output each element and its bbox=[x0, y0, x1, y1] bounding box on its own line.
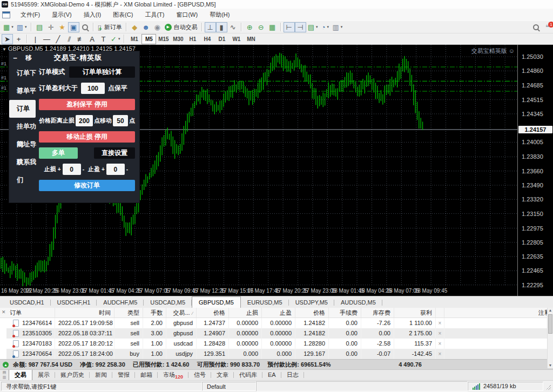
col-header-5[interactable]: 交易...∕ bbox=[166, 308, 197, 317]
strategy-tester-button[interactable] bbox=[79, 22, 91, 32]
terminal-tab-5[interactable]: 警报 bbox=[112, 370, 135, 380]
col-header-12[interactable]: 获利 bbox=[394, 308, 436, 317]
terminal-dock-icons[interactable]: ▤▥ bbox=[0, 370, 9, 380]
text-button[interactable]: A bbox=[86, 34, 98, 44]
line-chart-mode-button[interactable]: ∿ bbox=[227, 22, 239, 32]
time-axis[interactable]: 16 May 202216 May 20:2516 May 23:0517 Ma… bbox=[0, 286, 517, 296]
timeframe-M15[interactable]: M15 bbox=[156, 34, 171, 44]
panel-menu-4[interactable]: 挂单功能 bbox=[9, 118, 37, 136]
trail-distance-input[interactable] bbox=[76, 115, 93, 126]
candlestick-mode-button[interactable]: ▮ bbox=[216, 22, 227, 32]
chart-tab-usdcad-m5[interactable]: USDCAD,M5 bbox=[144, 298, 192, 308]
auto-trading-button[interactable]: ▶自动交易 bbox=[163, 22, 199, 32]
panel-collapse-button[interactable]: − bbox=[9, 54, 21, 62]
timeframe-M30[interactable]: M30 bbox=[171, 34, 185, 44]
crosshair-button[interactable]: + bbox=[13, 34, 24, 44]
trendline-button[interactable]: ╱ bbox=[52, 34, 64, 44]
panel-menu-6[interactable]: 联系我们 bbox=[9, 153, 37, 171]
timeframe-D1[interactable]: D1 bbox=[214, 34, 229, 44]
panel-move-handle[interactable]: 移 bbox=[25, 53, 32, 63]
terminal-close-icon[interactable]: ✕ bbox=[2, 309, 6, 315]
tp-plus[interactable]: + bbox=[102, 166, 105, 172]
price-axis[interactable]: 1.250301.248601.246851.245151.243451.240… bbox=[517, 45, 553, 296]
col-header-10[interactable]: 手续费 bbox=[329, 308, 361, 317]
equidistant-channel-button[interactable]: ⫽ bbox=[64, 34, 75, 44]
order-close-icon[interactable]: × bbox=[436, 318, 444, 328]
new-order-button[interactable]: ▯+新订单 bbox=[96, 22, 124, 32]
chart-tab-gbpusd-m5[interactable]: GBPUSD,M5 bbox=[192, 296, 241, 308]
col-header-7[interactable]: 止损 bbox=[229, 308, 262, 317]
terminal-tab-2[interactable]: 展示 bbox=[32, 370, 55, 380]
terminal-tab-9[interactable]: 文章 bbox=[211, 370, 234, 380]
templates-button[interactable]: ▥▾ bbox=[331, 22, 344, 32]
market-watch-button[interactable]: ▤ bbox=[34, 22, 45, 32]
order-row-123470654[interactable]: 1234706542022.05.17 18:24:00buy1.00usdjp… bbox=[6, 349, 553, 359]
order-row-123476614[interactable]: 1234766142022.05.17 19:09:58sell2.00gbpu… bbox=[6, 318, 553, 328]
auto-scroll-button[interactable]: ⊢ bbox=[284, 22, 295, 32]
new-chart-button[interactable]: ▦▾ bbox=[2, 22, 15, 32]
timeframe-MN[interactable]: MN bbox=[244, 34, 258, 44]
search-button[interactable] bbox=[530, 22, 542, 32]
panel-menu-2[interactable]: 订单平仓 bbox=[9, 82, 37, 100]
order-close-icon[interactable]: × bbox=[436, 349, 444, 359]
scrollbar-thumb[interactable] bbox=[548, 314, 552, 334]
profiles-button[interactable]: ▥▾ bbox=[15, 22, 29, 32]
menu-item-5[interactable]: 工具(T) bbox=[139, 11, 170, 18]
terminal-tab-10[interactable]: 代码库 bbox=[234, 370, 262, 380]
menu-item-1[interactable]: 文件(F) bbox=[15, 11, 46, 18]
navigator-button[interactable]: ★ bbox=[57, 22, 68, 32]
col-header-13[interactable] bbox=[436, 308, 444, 317]
text-label-button[interactable]: T bbox=[98, 34, 109, 44]
col-header-6[interactable]: 价格 bbox=[197, 308, 229, 317]
order-close-icon[interactable]: × bbox=[436, 328, 444, 339]
breakeven-toggle-button[interactable]: 盈利保平 停用 bbox=[39, 99, 135, 110]
chart-window-icon[interactable] bbox=[2, 11, 10, 18]
vertical-line-button[interactable]: | bbox=[30, 34, 41, 44]
menu-item-7[interactable]: 帮助(H) bbox=[204, 11, 235, 18]
chart-tab-usdcad-h1[interactable]: USDCAD,H1 bbox=[3, 298, 51, 308]
col-header-8[interactable]: 止盈 bbox=[262, 308, 295, 317]
trailing-stop-toggle-button[interactable]: 移动止损 停用 bbox=[39, 131, 135, 143]
terminal-tab-11[interactable]: EA bbox=[262, 370, 281, 380]
terminal-tab-6[interactable]: 邮箱 bbox=[135, 370, 158, 380]
sl-plus[interactable]: + bbox=[58, 166, 61, 172]
terminal-scrollbar[interactable]: ▲ ▼ bbox=[547, 308, 553, 368]
data-window-button[interactable]: ✛ bbox=[45, 22, 57, 32]
chart-tab-usdchf-h1[interactable]: USDCHF,H1 bbox=[51, 298, 97, 308]
trail-step-input[interactable] bbox=[113, 115, 128, 126]
periods-button[interactable]: ◔▾ bbox=[319, 22, 331, 32]
horizontal-line-button[interactable]: — bbox=[41, 34, 52, 44]
buy-orders-button[interactable]: 多单 bbox=[39, 147, 78, 159]
app-icon[interactable]: XM bbox=[2, 1, 8, 8]
dock-icon-bottom[interactable]: ▥ bbox=[3, 375, 6, 380]
metaeditor-button[interactable]: ◆ bbox=[129, 22, 140, 32]
tp-input[interactable] bbox=[106, 164, 125, 175]
timeframe-W1[interactable]: W1 bbox=[229, 34, 244, 44]
arrows-button[interactable]: ✓▾ bbox=[109, 34, 122, 44]
order-row-123510305[interactable]: 1235103052022.05.18 03:37:11sell3.00gbpu… bbox=[6, 328, 553, 339]
chart-tab-audusd-m5[interactable]: AUDUSD,M5 bbox=[334, 298, 382, 308]
panel-menu-1[interactable]: 订单下单 bbox=[9, 64, 37, 82]
scroll-down-icon[interactable]: ▼ bbox=[548, 363, 553, 368]
col-header-4[interactable]: 手数 bbox=[143, 308, 166, 317]
chart-tab-eurusd-m5[interactable]: EURUSD,M5 bbox=[241, 298, 289, 308]
terminal-tab-7[interactable]: 市场120 bbox=[158, 370, 188, 380]
menu-item-6[interactable]: 窗口(W) bbox=[170, 11, 204, 18]
direct-set-button[interactable]: 直接设置 bbox=[94, 147, 135, 159]
col-header-2[interactable]: 时间 bbox=[55, 308, 114, 317]
terminal-button[interactable]: ▣ bbox=[68, 22, 79, 32]
profit-threshold-input[interactable] bbox=[81, 83, 105, 94]
terminal-tab-4[interactable]: 新闻 bbox=[90, 370, 112, 380]
bar-chart-mode-button[interactable]: ⊥ bbox=[205, 22, 216, 32]
col-header-14[interactable]: 注释 bbox=[444, 308, 553, 317]
chart-shift-button[interactable]: ⊣ bbox=[295, 22, 306, 32]
panel-menu-5[interactable]: 网址导航 bbox=[9, 136, 37, 153]
order-row-123470183[interactable]: 1234701832022.05.17 18:20:12sell1.00usdc… bbox=[6, 339, 553, 349]
col-header-9[interactable]: 价格 bbox=[295, 308, 329, 317]
fibonacci-button[interactable]: ≢ bbox=[75, 34, 86, 44]
menu-item-3[interactable]: 插入(I) bbox=[78, 11, 107, 18]
menu-item-4[interactable]: 图表(C) bbox=[107, 11, 139, 18]
sl-input[interactable] bbox=[63, 164, 81, 175]
chart-tab-usdjpy-m5[interactable]: USDJPY,M5 bbox=[289, 298, 334, 308]
col-header-1[interactable]: 订单 bbox=[6, 308, 55, 317]
